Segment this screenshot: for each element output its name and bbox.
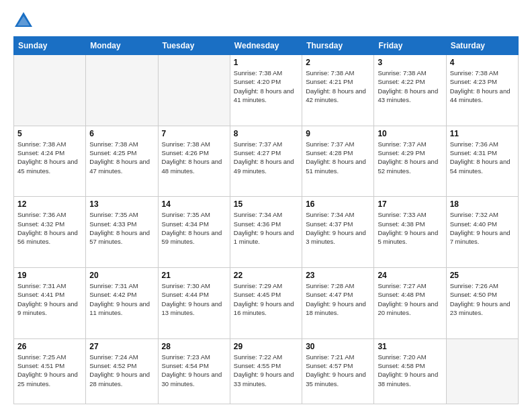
- calendar-cell: 26Sunrise: 7:25 AM Sunset: 4:51 PM Dayli…: [14, 338, 86, 404]
- day-number: 26: [17, 342, 82, 351]
- calendar-week-row: 12Sunrise: 7:36 AM Sunset: 4:32 PM Dayli…: [14, 197, 519, 268]
- day-detail: Sunrise: 7:24 AM Sunset: 4:52 PM Dayligh…: [89, 353, 154, 388]
- day-number: 10: [378, 129, 442, 138]
- logo-icon: [13, 11, 34, 30]
- day-detail: Sunrise: 7:32 AM Sunset: 4:40 PM Dayligh…: [450, 210, 515, 246]
- day-detail: Sunrise: 7:33 AM Sunset: 4:38 PM Dayligh…: [378, 210, 442, 246]
- calendar-header-sunday: Sunday: [14, 37, 86, 55]
- calendar-cell: 28Sunrise: 7:23 AM Sunset: 4:54 PM Dayli…: [158, 338, 230, 404]
- page: SundayMondayTuesdayWednesdayThursdayFrid…: [0, 0, 532, 411]
- calendar-cell: 13Sunrise: 7:35 AM Sunset: 4:33 PM Dayli…: [86, 197, 158, 268]
- day-number: 17: [378, 199, 442, 209]
- day-detail: Sunrise: 7:37 AM Sunset: 4:28 PM Dayligh…: [306, 140, 370, 175]
- day-detail: Sunrise: 7:23 AM Sunset: 4:54 PM Dayligh…: [162, 353, 226, 388]
- calendar-cell: 31Sunrise: 7:20 AM Sunset: 4:58 PM Dayli…: [374, 338, 446, 404]
- calendar-cell: 8Sunrise: 7:37 AM Sunset: 4:27 PM Daylig…: [230, 126, 302, 197]
- day-number: 3: [378, 58, 442, 67]
- day-number: 28: [162, 342, 226, 351]
- day-number: 25: [450, 271, 515, 280]
- calendar-cell: [86, 55, 158, 126]
- day-detail: Sunrise: 7:37 AM Sunset: 4:27 PM Dayligh…: [234, 140, 298, 175]
- calendar-cell: 24Sunrise: 7:27 AM Sunset: 4:48 PM Dayli…: [374, 268, 446, 339]
- calendar-header-saturday: Saturday: [446, 37, 518, 55]
- day-detail: Sunrise: 7:22 AM Sunset: 4:55 PM Dayligh…: [234, 353, 298, 388]
- day-detail: Sunrise: 7:37 AM Sunset: 4:29 PM Dayligh…: [378, 140, 442, 175]
- day-detail: Sunrise: 7:38 AM Sunset: 4:23 PM Dayligh…: [450, 68, 515, 104]
- day-detail: Sunrise: 7:35 AM Sunset: 4:33 PM Dayligh…: [89, 210, 154, 246]
- day-number: 15: [234, 199, 298, 209]
- calendar-header-wednesday: Wednesday: [230, 37, 302, 55]
- calendar-cell: [158, 55, 230, 126]
- calendar-header-monday: Monday: [86, 37, 158, 55]
- calendar-cell: 5Sunrise: 7:38 AM Sunset: 4:24 PM Daylig…: [14, 126, 86, 197]
- day-number: 1: [234, 58, 298, 67]
- day-number: 22: [234, 271, 298, 280]
- calendar-cell: 17Sunrise: 7:33 AM Sunset: 4:38 PM Dayli…: [374, 197, 446, 268]
- day-detail: Sunrise: 7:36 AM Sunset: 4:31 PM Dayligh…: [450, 140, 515, 175]
- day-detail: Sunrise: 7:38 AM Sunset: 4:21 PM Dayligh…: [306, 68, 370, 104]
- day-number: 4: [450, 58, 515, 67]
- day-detail: Sunrise: 7:38 AM Sunset: 4:26 PM Dayligh…: [162, 140, 226, 175]
- day-detail: Sunrise: 7:21 AM Sunset: 4:57 PM Dayligh…: [306, 353, 370, 388]
- day-number: 2: [306, 58, 370, 67]
- calendar-cell: 19Sunrise: 7:31 AM Sunset: 4:41 PM Dayli…: [14, 268, 86, 339]
- calendar-cell: 14Sunrise: 7:35 AM Sunset: 4:34 PM Dayli…: [158, 197, 230, 268]
- day-number: 27: [89, 342, 154, 351]
- day-detail: Sunrise: 7:31 AM Sunset: 4:42 PM Dayligh…: [89, 281, 154, 317]
- calendar-cell: 23Sunrise: 7:28 AM Sunset: 4:47 PM Dayli…: [302, 268, 374, 339]
- day-number: 5: [17, 129, 82, 138]
- day-detail: Sunrise: 7:36 AM Sunset: 4:32 PM Dayligh…: [17, 210, 82, 246]
- day-detail: Sunrise: 7:29 AM Sunset: 4:45 PM Dayligh…: [234, 281, 298, 317]
- day-detail: Sunrise: 7:20 AM Sunset: 4:58 PM Dayligh…: [378, 353, 442, 388]
- day-detail: Sunrise: 7:38 AM Sunset: 4:24 PM Dayligh…: [17, 140, 82, 175]
- calendar-cell: 30Sunrise: 7:21 AM Sunset: 4:57 PM Dayli…: [302, 338, 374, 404]
- day-number: 11: [450, 129, 515, 138]
- calendar-cell: [446, 338, 518, 404]
- calendar-cell: 2Sunrise: 7:38 AM Sunset: 4:21 PM Daylig…: [302, 55, 374, 126]
- calendar-cell: 20Sunrise: 7:31 AM Sunset: 4:42 PM Dayli…: [86, 268, 158, 339]
- calendar-cell: [14, 55, 86, 126]
- logo: [13, 11, 36, 30]
- day-detail: Sunrise: 7:35 AM Sunset: 4:34 PM Dayligh…: [162, 210, 226, 246]
- day-detail: Sunrise: 7:38 AM Sunset: 4:20 PM Dayligh…: [234, 68, 298, 104]
- calendar-cell: 7Sunrise: 7:38 AM Sunset: 4:26 PM Daylig…: [158, 126, 230, 197]
- calendar-cell: 22Sunrise: 7:29 AM Sunset: 4:45 PM Dayli…: [230, 268, 302, 339]
- calendar-table: SundayMondayTuesdayWednesdayThursdayFrid…: [13, 36, 519, 404]
- calendar-header-row: SundayMondayTuesdayWednesdayThursdayFrid…: [14, 37, 519, 55]
- calendar-header-thursday: Thursday: [302, 37, 374, 55]
- calendar-week-row: 1Sunrise: 7:38 AM Sunset: 4:20 PM Daylig…: [14, 55, 519, 126]
- day-detail: Sunrise: 7:27 AM Sunset: 4:48 PM Dayligh…: [378, 281, 442, 317]
- calendar-cell: 11Sunrise: 7:36 AM Sunset: 4:31 PM Dayli…: [446, 126, 518, 197]
- calendar-header-tuesday: Tuesday: [158, 37, 230, 55]
- day-number: 18: [450, 199, 515, 209]
- day-number: 31: [378, 342, 442, 351]
- day-detail: Sunrise: 7:28 AM Sunset: 4:47 PM Dayligh…: [306, 281, 370, 317]
- calendar-cell: 18Sunrise: 7:32 AM Sunset: 4:40 PM Dayli…: [446, 197, 518, 268]
- day-number: 13: [89, 199, 154, 209]
- day-number: 6: [89, 129, 154, 138]
- day-detail: Sunrise: 7:26 AM Sunset: 4:50 PM Dayligh…: [450, 281, 515, 317]
- day-detail: Sunrise: 7:34 AM Sunset: 4:37 PM Dayligh…: [306, 210, 370, 246]
- calendar-cell: 3Sunrise: 7:38 AM Sunset: 4:22 PM Daylig…: [374, 55, 446, 126]
- day-number: 12: [17, 199, 82, 209]
- day-number: 8: [234, 129, 298, 138]
- calendar-cell: 15Sunrise: 7:34 AM Sunset: 4:36 PM Dayli…: [230, 197, 302, 268]
- calendar-cell: 21Sunrise: 7:30 AM Sunset: 4:44 PM Dayli…: [158, 268, 230, 339]
- calendar-cell: 6Sunrise: 7:38 AM Sunset: 4:25 PM Daylig…: [86, 126, 158, 197]
- day-detail: Sunrise: 7:34 AM Sunset: 4:36 PM Dayligh…: [234, 210, 298, 246]
- day-number: 29: [234, 342, 298, 351]
- day-number: 14: [162, 199, 226, 209]
- header: [13, 11, 519, 30]
- calendar-cell: 12Sunrise: 7:36 AM Sunset: 4:32 PM Dayli…: [14, 197, 86, 268]
- calendar-cell: 10Sunrise: 7:37 AM Sunset: 4:29 PM Dayli…: [374, 126, 446, 197]
- calendar-cell: 1Sunrise: 7:38 AM Sunset: 4:20 PM Daylig…: [230, 55, 302, 126]
- day-number: 7: [162, 129, 226, 138]
- calendar-cell: 4Sunrise: 7:38 AM Sunset: 4:23 PM Daylig…: [446, 55, 518, 126]
- calendar-header-friday: Friday: [374, 37, 446, 55]
- calendar-cell: 9Sunrise: 7:37 AM Sunset: 4:28 PM Daylig…: [302, 126, 374, 197]
- day-detail: Sunrise: 7:38 AM Sunset: 4:22 PM Dayligh…: [378, 68, 442, 104]
- calendar-cell: 25Sunrise: 7:26 AM Sunset: 4:50 PM Dayli…: [446, 268, 518, 339]
- day-number: 21: [162, 271, 226, 280]
- calendar-week-row: 19Sunrise: 7:31 AM Sunset: 4:41 PM Dayli…: [14, 268, 519, 339]
- calendar-cell: 27Sunrise: 7:24 AM Sunset: 4:52 PM Dayli…: [86, 338, 158, 404]
